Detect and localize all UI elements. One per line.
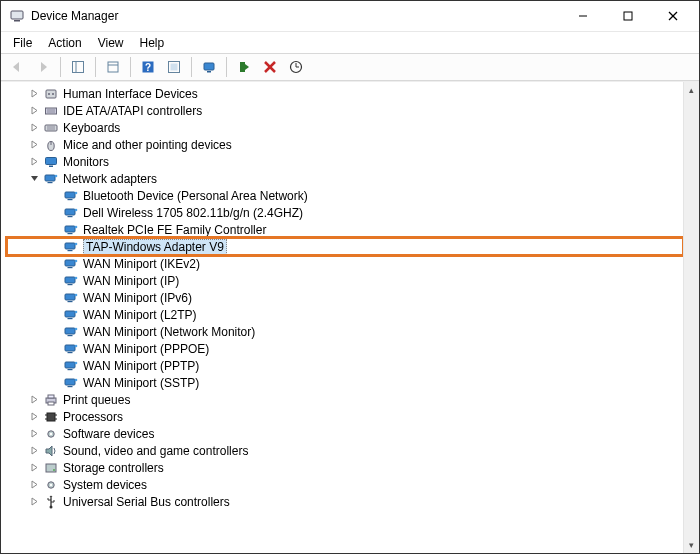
tree-node-network-child[interactable]: WAN Miniport (PPTP) xyxy=(7,357,683,374)
tree-node-network-child[interactable]: TAP-Windows Adapter V9 xyxy=(7,238,683,255)
tree-node-monitors[interactable]: Monitors xyxy=(7,153,683,170)
device-tree[interactable]: Human Interface DevicesIDE ATA/ATAPI con… xyxy=(1,82,683,553)
tree-node-mice-pointing[interactable]: Mice and other pointing devices xyxy=(7,136,683,153)
scroll-up-icon[interactable]: ▴ xyxy=(684,82,700,98)
svg-point-85 xyxy=(50,483,52,485)
svg-rect-33 xyxy=(45,175,55,181)
menu-view[interactable]: View xyxy=(92,34,134,52)
chevron-right-icon[interactable] xyxy=(27,393,41,407)
scroll-down-icon[interactable]: ▾ xyxy=(684,537,700,553)
svg-point-41 xyxy=(75,208,78,211)
svg-point-56 xyxy=(75,293,78,296)
chevron-right-icon[interactable] xyxy=(27,410,41,424)
svg-point-53 xyxy=(75,276,78,279)
tree-node-network-child[interactable]: WAN Miniport (IPv6) xyxy=(7,289,683,306)
minimize-button[interactable] xyxy=(560,1,605,31)
chevron-right-icon[interactable] xyxy=(27,121,41,135)
monitors-icon xyxy=(43,154,59,170)
svg-rect-74 xyxy=(48,402,54,405)
tree-node-network-child[interactable]: WAN Miniport (L2TP) xyxy=(7,306,683,323)
enable-device-button[interactable] xyxy=(232,55,256,79)
tree-node-network-adapters[interactable]: Network adapters xyxy=(7,170,683,187)
menu-action[interactable]: Action xyxy=(42,34,91,52)
tree-node-ide-ata-atapi[interactable]: IDE ATA/ATAPI controllers xyxy=(7,102,683,119)
update-driver-button[interactable] xyxy=(284,55,308,79)
sound-video-game-icon xyxy=(43,443,59,459)
tree-node-network-child[interactable]: Dell Wireless 1705 802.11b/g/n (2.4GHZ) xyxy=(7,204,683,221)
menubar: File Action View Help xyxy=(1,31,699,53)
tree-node-label: WAN Miniport (PPPOE) xyxy=(83,342,209,356)
toolbar-separator xyxy=(191,57,192,77)
tree-node-sound-video-game[interactable]: Sound, video and game controllers xyxy=(7,442,683,459)
tree-node-print-queues[interactable]: Print queues xyxy=(7,391,683,408)
tree-node-network-child[interactable]: WAN Miniport (Network Monitor) xyxy=(7,323,683,340)
show-hide-tree-button[interactable] xyxy=(66,55,90,79)
svg-text:?: ? xyxy=(145,62,151,73)
window-title: Device Manager xyxy=(31,9,560,23)
tree-node-keyboards[interactable]: Keyboards xyxy=(7,119,683,136)
tree-node-software-devices[interactable]: Software devices xyxy=(7,425,683,442)
properties-button[interactable] xyxy=(101,55,125,79)
tree-node-network-child[interactable]: Bluetooth Device (Personal Area Network) xyxy=(7,187,683,204)
usb-controllers-icon xyxy=(43,494,59,510)
processors-icon xyxy=(43,409,59,425)
help-button[interactable]: ? xyxy=(136,55,160,79)
back-button[interactable] xyxy=(5,55,29,79)
chevron-right-icon[interactable] xyxy=(27,104,41,118)
tree-node-network-child[interactable]: WAN Miniport (SSTP) xyxy=(7,374,683,391)
svg-rect-70 xyxy=(68,386,73,387)
close-button[interactable] xyxy=(650,1,695,31)
maximize-button[interactable] xyxy=(605,1,650,31)
tree-node-label: Monitors xyxy=(63,155,109,169)
scan-hardware-button[interactable] xyxy=(197,55,221,79)
tree-node-network-child[interactable]: WAN Miniport (IP) xyxy=(7,272,683,289)
svg-rect-40 xyxy=(68,216,73,217)
tree-node-network-child[interactable]: WAN Miniport (PPPOE) xyxy=(7,340,683,357)
svg-rect-73 xyxy=(48,395,54,398)
tree-node-processors[interactable]: Processors xyxy=(7,408,683,425)
tree-node-label: Print queues xyxy=(63,393,130,407)
tree-node-network-child[interactable]: Realtek PCIe FE Family Controller xyxy=(7,221,683,238)
svg-point-65 xyxy=(75,344,78,347)
tree-node-label: Dell Wireless 1705 802.11b/g/n (2.4GHZ) xyxy=(83,206,303,220)
tree-node-network-child[interactable]: WAN Miniport (IKEv2) xyxy=(7,255,683,272)
chevron-down-icon[interactable] xyxy=(27,172,41,186)
menu-help[interactable]: Help xyxy=(134,34,175,52)
svg-rect-67 xyxy=(68,369,73,370)
uninstall-device-button[interactable] xyxy=(258,55,282,79)
tree-node-storage-controllers[interactable]: Storage controllers xyxy=(7,459,683,476)
svg-point-38 xyxy=(75,191,78,194)
svg-point-21 xyxy=(48,93,50,95)
tree-node-system-devices[interactable]: System devices xyxy=(7,476,683,493)
network-adapter-icon xyxy=(63,188,79,204)
chevron-right-icon[interactable] xyxy=(27,155,41,169)
svg-rect-42 xyxy=(65,226,75,232)
vertical-scrollbar[interactable]: ▴ ▾ xyxy=(683,82,699,553)
svg-rect-31 xyxy=(46,157,57,164)
chevron-right-icon[interactable] xyxy=(27,444,41,458)
chevron-right-icon[interactable] xyxy=(27,461,41,475)
chevron-right-icon[interactable] xyxy=(27,138,41,152)
svg-point-47 xyxy=(75,242,78,245)
tree-node-usb-controllers[interactable]: Universal Serial Bus controllers xyxy=(7,493,683,510)
tree-node-label: WAN Miniport (Network Monitor) xyxy=(83,325,255,339)
chevron-right-icon[interactable] xyxy=(27,478,41,492)
software-devices-icon xyxy=(43,426,59,442)
action-button[interactable] xyxy=(162,55,186,79)
menu-file[interactable]: File xyxy=(7,34,42,52)
chevron-right-icon[interactable] xyxy=(27,427,41,441)
svg-rect-36 xyxy=(65,192,75,198)
forward-button[interactable] xyxy=(31,55,55,79)
tree-node-label: System devices xyxy=(63,478,147,492)
toolbar-separator xyxy=(60,57,61,77)
tree-node-label: Human Interface Devices xyxy=(63,87,198,101)
svg-rect-15 xyxy=(207,71,211,73)
svg-rect-20 xyxy=(46,90,56,98)
tree-node-human-interface-devices[interactable]: Human Interface Devices xyxy=(7,85,683,102)
chevron-right-icon[interactable] xyxy=(27,495,41,509)
tree-node-label: Storage controllers xyxy=(63,461,164,475)
svg-rect-57 xyxy=(65,311,75,317)
svg-rect-26 xyxy=(45,125,57,131)
chevron-right-icon[interactable] xyxy=(27,87,41,101)
svg-rect-45 xyxy=(65,243,75,249)
